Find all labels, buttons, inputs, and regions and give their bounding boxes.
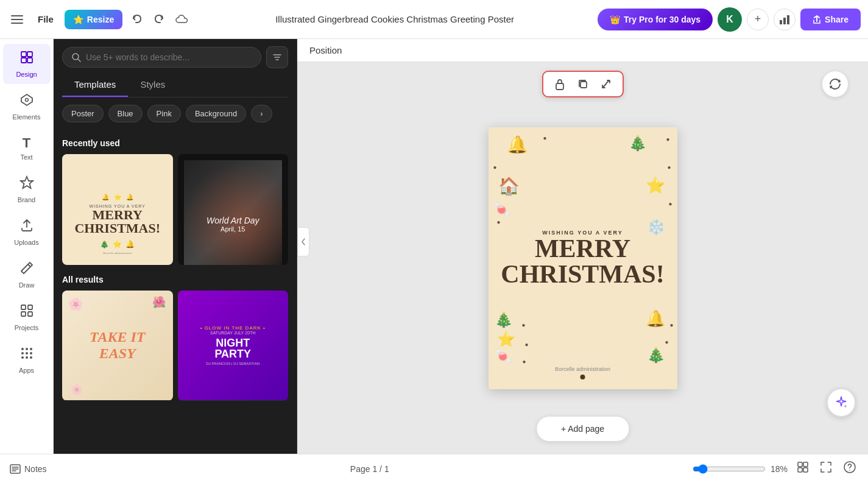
tag-chips: Poster Blue Pink Background › — [54, 97, 297, 130]
template-nightparty[interactable]: • GLOW IN THE DARK • SATURDAY JULY 20TH … — [178, 291, 289, 401]
tab-styles[interactable]: Styles — [128, 73, 177, 97]
poster-merry: MERRY — [501, 236, 664, 261]
sidebar-item-design[interactable]: Design — [3, 44, 51, 84]
notes-button[interactable]: Notes — [10, 464, 47, 474]
svg-rect-7 — [27, 52, 32, 57]
deco-star-bl: ⭐ — [497, 331, 515, 348]
all-results-grid: TAKE IT EASY 🌸 🌺 🌸 • GLOW IN THE DARK • … — [62, 291, 288, 401]
svg-point-24 — [30, 356, 32, 359]
expand-button[interactable] — [596, 76, 616, 93]
fullscreen-button[interactable] — [818, 459, 834, 478]
tag-poster[interactable]: Poster — [62, 105, 104, 122]
file-button[interactable]: File — [32, 10, 60, 28]
deco-star-tr: ⭐ — [646, 176, 665, 195]
cloud-save-button[interactable] — [171, 10, 192, 29]
template-takeeasy[interactable]: TAKE IT EASY 🌸 🌺 🌸 — [62, 291, 173, 401]
grid-view-button[interactable] — [795, 459, 811, 478]
expand-icon — [601, 79, 612, 90]
zoom-slider[interactable] — [693, 464, 766, 474]
svg-rect-14 — [21, 312, 26, 316]
xmas-merry-text: MERRY — [93, 208, 143, 222]
sidebar-item-draw[interactable]: Draw — [3, 255, 51, 295]
svg-rect-36 — [798, 462, 802, 467]
grid-icon — [797, 462, 808, 473]
crown-icon: 👑 — [610, 15, 620, 24]
try-pro-button[interactable]: 👑 Try Pro for 30 days — [598, 9, 713, 30]
poster-canvas[interactable]: 🔔 ● 🎄 ● ● ● 🏠 ⭐ 🍬 ● ● ❄️ WISHING YOU A V… — [489, 127, 677, 389]
refresh-button[interactable] — [822, 71, 849, 97]
projects-label: Projects — [15, 324, 39, 331]
sidebar-item-elements[interactable]: Elements — [3, 86, 51, 127]
analytics-button[interactable] — [774, 9, 796, 30]
draw-label: Draw — [19, 281, 35, 289]
user-avatar-button[interactable]: K — [718, 7, 742, 32]
redo-button[interactable] — [149, 10, 169, 29]
text-label: Text — [20, 153, 32, 161]
canvas-area: Position — [297, 39, 868, 454]
tag-background[interactable]: Background — [186, 105, 246, 122]
ai-assistant-button[interactable] — [827, 388, 856, 417]
undo-redo-group — [127, 10, 192, 29]
svg-rect-6 — [21, 52, 26, 57]
topbar: File ⭐ Resize — [0, 0, 868, 39]
left-panel: Templates Styles Poster Blue Pink Backgr… — [54, 39, 297, 454]
svg-point-20 — [26, 352, 28, 354]
apps-icon — [19, 346, 34, 364]
share-icon — [813, 15, 821, 24]
svg-rect-0 — [11, 15, 23, 16]
menu-button[interactable] — [7, 10, 27, 29]
elements-icon — [19, 93, 34, 111]
svg-point-17 — [26, 348, 28, 350]
tag-blue[interactable]: Blue — [108, 105, 143, 122]
tag-more[interactable]: › — [251, 105, 272, 122]
svg-point-22 — [21, 356, 24, 359]
sidebar-item-brand[interactable]: Brand — [3, 169, 51, 210]
add-collaborator-button[interactable]: + — [747, 9, 769, 30]
sidebar-item-projects[interactable]: Projects — [3, 297, 51, 337]
search-input[interactable] — [86, 52, 252, 62]
brand-icon — [19, 175, 34, 194]
poster-christmas: CHRISTMAS! — [501, 261, 664, 287]
help-button[interactable] — [841, 459, 858, 479]
search-bar — [54, 39, 297, 73]
ai-assistant-container — [827, 388, 856, 417]
svg-point-21 — [30, 352, 32, 354]
projects-icon — [19, 303, 34, 322]
text-icon: T — [23, 135, 30, 151]
cloud-icon — [175, 14, 188, 25]
share-button[interactable]: Share — [800, 9, 861, 30]
nightparty-date: SATURDAY JULY 20TH — [210, 331, 255, 335]
undo-button[interactable] — [127, 10, 147, 29]
sidebar-item-apps[interactable]: Apps — [3, 340, 51, 380]
deco-dot-2: ● — [666, 136, 669, 143]
uploads-label: Uploads — [14, 239, 38, 246]
template-christmas[interactable]: 🔔⭐🔔 WISHING YOU A VERY MERRY CHRISTMAS! … — [62, 154, 173, 265]
deco-dot-11: ● — [523, 358, 526, 365]
xmas-christmas-text: CHRISTMAS! — [74, 222, 160, 235]
panel-content: Recently used 🔔⭐🔔 WISHING YOU A VERY MER… — [54, 130, 297, 454]
sidebar-item-text[interactable]: T Text — [3, 129, 51, 167]
deco-dot-6: ● — [497, 219, 501, 225]
tag-pink[interactable]: Pink — [147, 105, 181, 122]
document-title: Illustrated Gingerbread Cookies Christma… — [197, 14, 593, 24]
add-page-button[interactable]: + Add page — [536, 416, 629, 442]
copy-element-button[interactable] — [573, 76, 593, 93]
sidebar-icons: Design Elements T Text Brand — [0, 39, 54, 454]
deco-tree-b: 🎄 — [647, 347, 665, 364]
filter-button[interactable] — [266, 46, 288, 68]
deco-bell-tl: 🔔 — [507, 135, 528, 155]
svg-rect-31 — [580, 82, 587, 88]
sidebar-item-uploads[interactable]: Uploads — [3, 212, 51, 252]
tab-templates[interactable]: Templates — [62, 73, 128, 97]
lock-button[interactable] — [549, 76, 570, 93]
collapse-handle[interactable] — [297, 227, 309, 256]
resize-button[interactable]: ⭐ Resize — [65, 10, 122, 29]
panel-tabs: Templates Styles — [62, 73, 288, 97]
deco-candy-l: 🍬 — [492, 200, 512, 219]
template-artday[interactable]: World Art Day April, 15 — [178, 154, 289, 265]
topbar-left: File ⭐ Resize — [7, 10, 192, 29]
canvas-wrap[interactable]: 🔔 ● 🎄 ● ● ● 🏠 ⭐ 🍬 ● ● ❄️ WISHING YOU A V… — [297, 62, 868, 454]
elements-label: Elements — [13, 113, 41, 121]
takeeasy-line1: TAKE IT — [90, 329, 145, 345]
search-icon — [71, 52, 81, 62]
